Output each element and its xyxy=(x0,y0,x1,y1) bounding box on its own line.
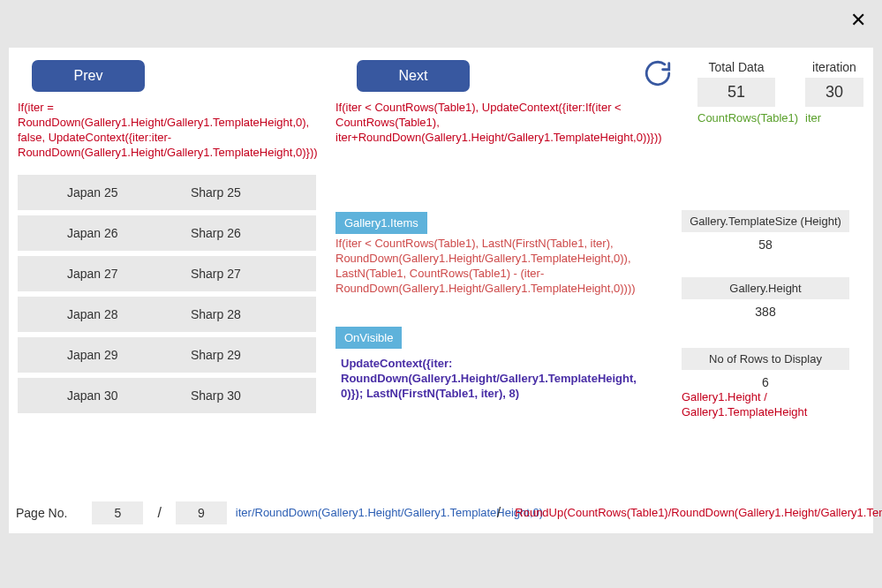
next-formula-text: If(iter < CountRows(Table1), UpdateConte… xyxy=(335,101,631,146)
pager-current: 5 xyxy=(92,501,143,524)
gallery-list: Japan 25 Sharp 25 Japan 26 Sharp 26 Japa… xyxy=(18,175,316,418)
prev-button[interactable]: Prev xyxy=(32,60,145,92)
stat-iteration: iteration 30 iter xyxy=(805,60,863,125)
cell-company: Sharp 27 xyxy=(182,267,316,281)
pager-total-formula: RoundUp(CountRows(Table1)/RoundDown(Gall… xyxy=(515,506,780,521)
stat-total-data: Total Data 51 CountRows(Table1) xyxy=(697,60,775,125)
pager-slash2: / xyxy=(492,505,506,521)
cell-company: Sharp 25 xyxy=(182,185,316,200)
onvisible-badge: OnVisible xyxy=(335,327,402,349)
stat-iter-caption: iter xyxy=(805,112,863,125)
list-item[interactable]: Japan 26 Sharp 26 xyxy=(18,215,316,251)
info-template-size: Gallery.TemplateSize (Height) 58 xyxy=(682,210,849,252)
reload-icon[interactable] xyxy=(643,58,673,91)
next-button[interactable]: Next xyxy=(357,60,470,92)
stat-total-label: Total Data xyxy=(697,60,775,74)
info-height: Gallery.Height 388 xyxy=(682,277,849,319)
top-row: Prev Next Total Data 51 CountRows(Table1… xyxy=(25,60,857,95)
cell-company: Sharp 30 xyxy=(182,388,316,403)
info-rows-caption: Gallery1.Height / Gallery1.TemplateHeigh… xyxy=(682,390,849,420)
close-icon[interactable]: ✕ xyxy=(850,9,866,32)
cell-country: Japan 28 xyxy=(18,307,182,321)
cell-company: Sharp 28 xyxy=(182,307,316,321)
cell-company: Sharp 26 xyxy=(182,226,316,240)
gallery-items-badge: Gallery1.Items xyxy=(335,212,427,234)
info-rows-value: 6 xyxy=(682,370,849,389)
cell-company: Sharp 29 xyxy=(182,348,316,362)
info-template-size-value: 58 xyxy=(682,232,849,252)
pager-label: Page No. xyxy=(16,506,67,520)
gallery-items-formula: If(iter < CountRows(Table1), LastN(First… xyxy=(335,237,618,297)
cell-country: Japan 29 xyxy=(18,348,182,362)
pager-row: Page No. 5 / 9 iter/RoundDown(Gallery1.H… xyxy=(16,501,846,524)
info-rows-label: No of Rows to Display xyxy=(682,348,849,370)
cell-country: Japan 27 xyxy=(18,267,182,281)
prev-formula-text: If(iter = RoundDown(Gallery1.Height/Gall… xyxy=(18,101,300,161)
pager-total: 9 xyxy=(176,501,227,524)
stat-iter-label: iteration xyxy=(805,60,863,74)
info-rows: No of Rows to Display 6 xyxy=(682,348,849,389)
info-template-size-label: Gallery.TemplateSize (Height) xyxy=(682,210,849,232)
list-item[interactable]: Japan 25 Sharp 25 xyxy=(18,175,316,210)
list-item[interactable]: Japan 28 Sharp 28 xyxy=(18,297,316,332)
stat-total-caption: CountRows(Table1) xyxy=(697,112,775,125)
info-height-label: Gallery.Height xyxy=(682,277,849,299)
cell-country: Japan 25 xyxy=(18,185,182,200)
stat-iter-value: 30 xyxy=(805,78,863,107)
cell-country: Japan 26 xyxy=(18,226,182,240)
list-item[interactable]: Japan 27 Sharp 27 xyxy=(18,256,316,291)
list-item[interactable]: Japan 29 Sharp 29 xyxy=(18,337,316,373)
main-panel: Prev Next Total Data 51 CountRows(Table1… xyxy=(9,48,873,533)
list-item[interactable]: Japan 30 Sharp 30 xyxy=(18,378,316,413)
pager-slash: / xyxy=(152,505,166,521)
pager-current-formula: iter/RoundDown(Gallery1.Height/Gallery1.… xyxy=(236,506,474,521)
stat-total-value: 51 xyxy=(697,78,775,107)
info-height-value: 388 xyxy=(682,299,849,319)
onvisible-formula: UpdateContext({iter: RoundDown(Gallery1.… xyxy=(341,357,636,402)
cell-country: Japan 30 xyxy=(18,388,182,403)
